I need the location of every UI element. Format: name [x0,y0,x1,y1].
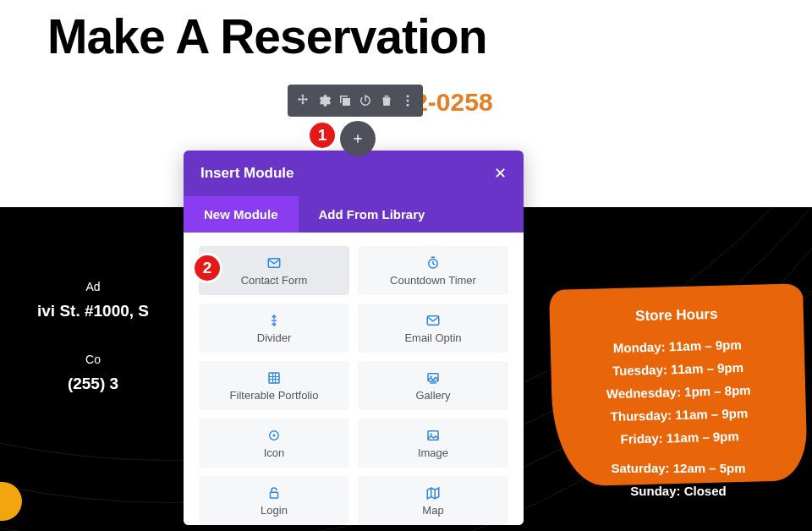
annotation-badge-1: 1 [307,120,337,151]
svg-point-2 [406,104,409,107]
module-image[interactable]: Image [358,419,508,468]
divider-icon [266,313,282,328]
add-module-button[interactable] [340,121,376,156]
hours-line: Sunday: Closed [551,484,805,498]
hours-line: Thursday: 11am – 9pm [568,405,791,425]
power-icon[interactable] [357,92,374,109]
module-divider[interactable]: Divider [199,304,349,353]
module-login[interactable]: Login [199,476,349,525]
tab-add-from-library[interactable]: Add From Library [299,196,446,233]
hours-line: Friday: 11am – 9pm [568,428,791,448]
module-label: Map [422,504,443,517]
module-label: Icon [264,446,285,459]
module-countdown-timer[interactable]: Countdown Timer [358,246,508,295]
hours-title: Store Hours [565,304,788,327]
gallery-icon [425,370,441,386]
module-email-optin[interactable]: Email Optin [358,304,508,353]
module-map[interactable]: Map [358,476,508,525]
module-label: Email Optin [404,331,461,344]
more-icon[interactable] [399,92,416,109]
svg-rect-6 [269,373,279,383]
module-gallery[interactable]: Gallery [358,361,508,410]
close-icon[interactable]: ✕ [494,164,507,183]
modal-tabs: New Module Add From Library [184,196,524,233]
lock-icon [266,485,282,501]
gear-icon[interactable] [315,92,332,109]
hours-line: Monday: 11am – 9pm [566,337,789,357]
module-filterable-portfolio[interactable]: Filterable Portfolio [199,361,349,410]
modal-header: Insert Module ✕ [184,151,524,196]
hours-line: Wednesday: 1pm – 8pm [567,382,790,402]
hours-overflow: Saturday: 12am – 5pm Sunday: Closed [551,461,805,506]
svg-rect-11 [428,430,438,440]
map-icon [425,485,441,501]
module-floating-toolbar [288,85,423,117]
modal-title: Insert Module [200,165,294,182]
annotation-badge-2: 2 [192,253,222,283]
svg-rect-13 [271,492,278,498]
mail-icon [425,313,441,328]
store-hours-card: Store Hours Monday: 11am – 9pm Tuesday: … [549,283,808,487]
mail-icon [266,255,282,271]
contact-value: (255) 3 [0,375,186,393]
trash-icon[interactable] [378,92,395,109]
svg-point-10 [273,434,276,436]
svg-point-0 [406,95,409,97]
image-icon [425,428,441,443]
module-label: Filterable Portfolio [230,389,319,402]
module-label: Login [261,504,288,517]
svg-point-12 [431,433,432,435]
duplicate-icon[interactable] [337,92,354,109]
contact-info: Ad ivi St. #1000, S Co (255) 3 [0,280,186,425]
page-title: Make A Reservation [0,0,812,64]
grid-icon [266,370,282,386]
insert-module-modal: Insert Module ✕ New Module Add From Libr… [184,151,524,525]
module-label: Contact Form [241,274,308,287]
contact-label: Co [0,353,186,366]
address-value: ivi St. #1000, S [0,302,186,320]
address-label: Ad [0,280,186,293]
hours-line: Tuesday: 11am – 9pm [566,359,789,380]
module-label: Countdown Timer [390,274,476,287]
module-label: Gallery [415,389,450,402]
modal-body: Contact FormCountdown TimerDividerEmail … [184,233,524,525]
module-label: Image [418,446,448,459]
hours-line: Saturday: 12am – 5pm [551,461,805,475]
plus-icon [351,132,365,145]
module-icon[interactable]: Icon [199,419,349,468]
tab-new-module[interactable]: New Module [184,196,299,233]
timer-icon [425,255,441,271]
move-icon[interactable] [294,92,311,109]
module-label: Divider [257,331,291,344]
circle-icon [266,428,282,443]
svg-point-1 [406,100,409,102]
